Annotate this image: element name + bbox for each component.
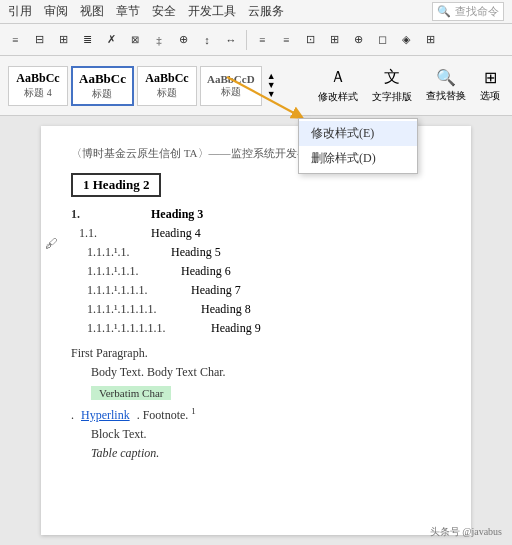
menu-cloud[interactable]: 云服务 bbox=[248, 3, 284, 20]
toolbar: ≡ ⊟ ⊞ ≣ ✗ ⊠ ‡ ⊕ ↕ ↔ ≡ ≡ ⊡ ⊞ ⊕ ◻ ◈ ⊞ bbox=[0, 24, 512, 56]
menu-bar: 引用 审阅 视图 章节 安全 开发工具 云服务 🔍 查找命令 bbox=[0, 0, 512, 24]
toolbar-btn-12[interactable]: ≡ bbox=[275, 29, 297, 51]
toc-text-6: Heading 9 bbox=[211, 321, 261, 336]
toc-num-4: 1.1.1.¹.1.1.1. bbox=[71, 283, 191, 298]
modify-style-icon: Ａ bbox=[330, 67, 346, 88]
hyperlink-text[interactable]: Hyperlink bbox=[81, 408, 130, 422]
toc-num-5: 1.1.1.¹.1.1.1.1. bbox=[71, 302, 201, 317]
toc-entry-4: 1.1.1.¹.1.1.1. Heading 7 bbox=[71, 283, 441, 298]
para-body-text: Body Text. Body Text Char. bbox=[71, 365, 441, 380]
style-heading2[interactable]: AaBbCc 标题 bbox=[137, 66, 197, 106]
toolbar-btn-5[interactable]: ✗ bbox=[100, 29, 122, 51]
dropdown-item-modify[interactable]: 修改样式(E) bbox=[299, 121, 417, 146]
toolbar-btn-1[interactable]: ≡ bbox=[4, 29, 26, 51]
toolbar-btn-8[interactable]: ⊕ bbox=[172, 29, 194, 51]
toc-text-1: Heading 4 bbox=[151, 226, 201, 241]
ribbon-right-buttons: Ａ 修改样式 文 文字排版 🔍 查找替换 ⊞ 选项 bbox=[314, 65, 504, 106]
search-icon: 🔍 bbox=[437, 5, 451, 18]
ribbon-btn-options[interactable]: ⊞ 选项 bbox=[476, 66, 504, 105]
style-expand[interactable]: ▼ bbox=[267, 90, 276, 99]
menu-view[interactable]: 视图 bbox=[80, 3, 104, 20]
typography-icon: 文 bbox=[384, 67, 400, 88]
para-verbatim: Verbatim Char bbox=[71, 384, 441, 402]
toc-entry-3: 1.1.1.¹.1.1. Heading 6 bbox=[71, 264, 441, 279]
menu-review[interactable]: 审阅 bbox=[44, 3, 68, 20]
toc-entry-1: 1.1. Heading 4 bbox=[71, 226, 441, 241]
ribbon-btn-typography[interactable]: 文 文字排版 bbox=[368, 65, 416, 106]
ribbon-btn-modify[interactable]: Ａ 修改样式 bbox=[314, 65, 362, 106]
toolbar-btn-16[interactable]: ◻ bbox=[371, 29, 393, 51]
toc-num-2: 1.1.1.¹.1. bbox=[71, 245, 171, 260]
toc-text-4: Heading 7 bbox=[191, 283, 241, 298]
toolbar-btn-10[interactable]: ↔ bbox=[220, 29, 242, 51]
para-table-caption: Table caption. bbox=[71, 446, 441, 461]
find-replace-icon: 🔍 bbox=[436, 68, 456, 87]
footer-brand: 头条号 @javabus bbox=[430, 525, 502, 539]
toolbar-btn-11[interactable]: ≡ bbox=[251, 29, 273, 51]
para-section: First Paragraph. Body Text. Body Text Ch… bbox=[71, 346, 441, 461]
style-heading4[interactable]: AaBbCc 标题 4 bbox=[8, 66, 68, 106]
toc-entry-6: 1.1.1.¹.1.1.1.1.1. Heading 9 bbox=[71, 321, 441, 336]
toolbar-btn-18[interactable]: ⊞ bbox=[419, 29, 441, 51]
search-placeholder: 查找命令 bbox=[455, 4, 499, 19]
toolbar-btn-7[interactable]: ‡ bbox=[148, 29, 170, 51]
modify-style-dropdown: 修改样式(E) 删除样式(D) bbox=[298, 118, 418, 174]
menu-quote[interactable]: 引用 bbox=[8, 3, 32, 20]
verbatim-char: Verbatim Char bbox=[91, 386, 171, 400]
toolbar-btn-4[interactable]: ≣ bbox=[76, 29, 98, 51]
menu-chapter[interactable]: 章节 bbox=[116, 3, 140, 20]
footnote-ref: 1 bbox=[191, 406, 196, 416]
toolbar-btn-14[interactable]: ⊞ bbox=[323, 29, 345, 51]
toolbar-btn-3[interactable]: ⊞ bbox=[52, 29, 74, 51]
toc-num-3: 1.1.1.¹.1.1. bbox=[71, 264, 181, 279]
options-icon: ⊞ bbox=[484, 68, 497, 87]
toolbar-btn-6[interactable]: ⊠ bbox=[124, 29, 146, 51]
toolbar-btn-13[interactable]: ⊡ bbox=[299, 29, 321, 51]
heading2: 1 Heading 2 bbox=[71, 173, 161, 197]
toolbar-btn-17[interactable]: ◈ bbox=[395, 29, 417, 51]
search-box[interactable]: 🔍 查找命令 bbox=[432, 2, 504, 21]
para-block-text: Block Text. bbox=[71, 427, 441, 442]
dropdown-item-delete[interactable]: 删除样式(D) bbox=[299, 146, 417, 171]
style-scroll-btns: ▲ ▼ ▼ bbox=[267, 72, 276, 99]
menu-security[interactable]: 安全 bbox=[152, 3, 176, 20]
toc-entry-0: 1. Heading 3 bbox=[71, 207, 441, 222]
para-first: First Paragraph. bbox=[71, 346, 441, 361]
toc-list: 1. Heading 3 1.1. Heading 4 1.1.1.¹.1. H… bbox=[71, 207, 441, 336]
toc-text-2: Heading 5 bbox=[171, 245, 221, 260]
menu-dev-tools[interactable]: 开发工具 bbox=[188, 3, 236, 20]
toolbar-btn-15[interactable]: ⊕ bbox=[347, 29, 369, 51]
style-gallery: AaBbCc 标题 4 AaBbCc 标题 AaBbCc 标题 AaBbCcD … bbox=[8, 66, 276, 106]
toc-text-3: Heading 6 bbox=[181, 264, 231, 279]
toc-entry-5: 1.1.1.¹.1.1.1.1. Heading 8 bbox=[71, 302, 441, 317]
toolbar-divider bbox=[246, 30, 247, 50]
toc-num-1: 1.1. bbox=[71, 226, 151, 241]
ribbon: AaBbCc 标题 4 AaBbCc 标题 AaBbCc 标题 AaBbCcD … bbox=[0, 56, 512, 116]
para-hyperlink-line: . Hyperlink . Footnote. 1 bbox=[71, 406, 441, 423]
note-icon[interactable]: 🖋 bbox=[45, 236, 58, 252]
toolbar-btn-9[interactable]: ↕ bbox=[196, 29, 218, 51]
style-heading3[interactable]: AaBbCcD 标题 bbox=[200, 66, 262, 106]
toc-entry-2: 1.1.1.¹.1. Heading 5 bbox=[71, 245, 441, 260]
toc-num-0: 1. bbox=[71, 207, 151, 222]
toc-text-5: Heading 8 bbox=[201, 302, 251, 317]
ribbon-btn-find-replace[interactable]: 🔍 查找替换 bbox=[422, 66, 470, 105]
style-heading[interactable]: AaBbCc 标题 bbox=[71, 66, 134, 106]
doc-page: 🖋 〈博时基金云原生信创 TA〉——监控系统开发参考手册 1 Heading 2… bbox=[41, 126, 471, 535]
toc-num-6: 1.1.1.¹.1.1.1.1.1. bbox=[71, 321, 211, 336]
document-area: 🖋 〈博时基金云原生信创 TA〉——监控系统开发参考手册 1 Heading 2… bbox=[0, 116, 512, 545]
toc-text-0: Heading 3 bbox=[151, 207, 203, 222]
toolbar-btn-2[interactable]: ⊟ bbox=[28, 29, 50, 51]
